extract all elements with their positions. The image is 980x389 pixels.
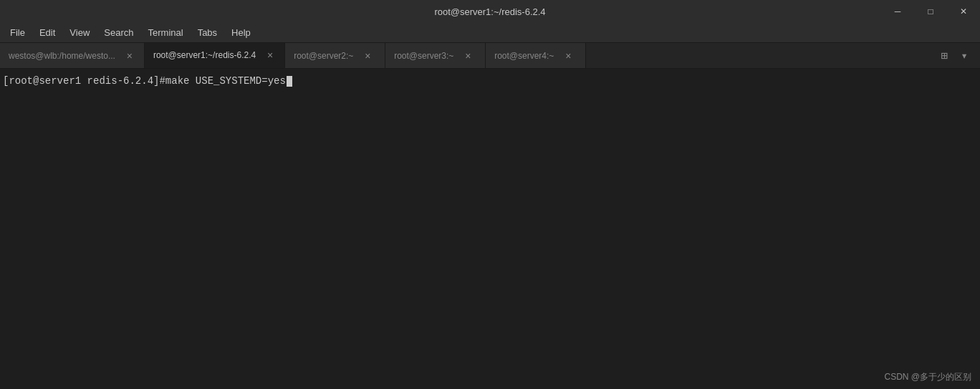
- terminal-line: [root@server1 redis-6.2.4]# make USE_SYS…: [3, 75, 977, 89]
- watermark: CSDN @多于少的区别: [884, 371, 971, 383]
- tab-bar: westos@wlb:/home/westo... × root@server1…: [0, 43, 980, 69]
- tab-0[interactable]: westos@wlb:/home/westo... ×: [0, 43, 145, 68]
- menu-bar: File Edit View Search Terminal Tabs Help: [0, 23, 980, 43]
- tab-label-2: root@server2:~: [294, 51, 353, 61]
- window-controls: ─ □ ✕: [881, 0, 980, 23]
- tab-2[interactable]: root@server2:~ ×: [285, 43, 385, 68]
- tab-4[interactable]: root@server4:~ ×: [486, 43, 586, 68]
- menu-view[interactable]: View: [62, 26, 97, 39]
- tab-actions: ⊞ ▾: [934, 43, 980, 68]
- tab-label-3: root@server3:~: [394, 51, 453, 61]
- minimize-button[interactable]: ─: [881, 0, 914, 23]
- tab-close-1[interactable]: ×: [264, 49, 276, 61]
- tab-close-0[interactable]: ×: [124, 50, 135, 62]
- terminal-content[interactable]: [root@server1 redis-6.2.4]# make USE_SYS…: [0, 69, 980, 389]
- menu-terminal[interactable]: Terminal: [141, 26, 191, 39]
- menu-help[interactable]: Help: [224, 26, 258, 39]
- maximize-button[interactable]: □: [914, 0, 947, 23]
- menu-edit[interactable]: Edit: [32, 26, 62, 39]
- terminal-prompt: [root@server1 redis-6.2.4]#: [3, 75, 165, 89]
- menu-search[interactable]: Search: [97, 26, 140, 39]
- tab-chevron-icon[interactable]: ▾: [954, 46, 974, 66]
- tab-1[interactable]: root@server1:~/redis-6.2.4 ×: [145, 43, 285, 68]
- menu-file[interactable]: File: [3, 26, 32, 39]
- terminal-cursor: [287, 76, 292, 87]
- window-title: root@server1:~/redis-6.2.4: [434, 6, 545, 17]
- tab-dropdown-icon[interactable]: ⊞: [934, 46, 954, 66]
- tab-3[interactable]: root@server3:~ ×: [385, 43, 486, 68]
- terminal-command: make USE_SYSTEMD=yes: [165, 75, 286, 89]
- menu-tabs[interactable]: Tabs: [191, 26, 224, 39]
- tab-label-4: root@server4:~: [494, 51, 554, 61]
- tab-close-3[interactable]: ×: [462, 50, 474, 62]
- tab-close-4[interactable]: ×: [562, 50, 574, 62]
- tab-label-1: root@server1:~/redis-6.2.4: [153, 50, 256, 60]
- title-bar: root@server1:~/redis-6.2.4 ─ □ ✕: [0, 0, 980, 23]
- tab-label-0: westos@wlb:/home/westo...: [9, 51, 115, 61]
- close-button[interactable]: ✕: [947, 0, 980, 23]
- tab-close-2[interactable]: ×: [362, 50, 373, 62]
